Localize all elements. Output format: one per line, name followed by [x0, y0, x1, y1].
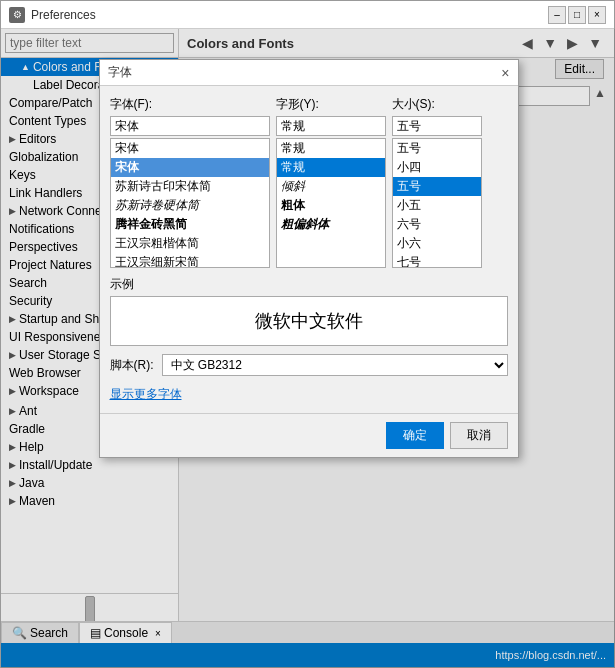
preview-text: 微软中文软件	[255, 309, 363, 333]
app-icon: ⚙	[9, 7, 25, 23]
dialog-body: 字体(F): 宋体 宋体 苏新诗古印宋体简 苏新诗卷硬体简 腾祥金砖黑简 王汉宗…	[100, 86, 518, 413]
list-item[interactable]: 小四	[393, 158, 481, 177]
list-item[interactable]: 常规	[277, 139, 385, 158]
list-item[interactable]: 常规	[277, 158, 385, 177]
list-item[interactable]: 宋体	[111, 139, 269, 158]
font-columns: 字体(F): 宋体 宋体 苏新诗古印宋体简 苏新诗卷硬体简 腾祥金砖黑简 王汉宗…	[110, 96, 508, 268]
font-family-col: 字体(F): 宋体 宋体 苏新诗古印宋体简 苏新诗卷硬体简 腾祥金砖黑简 王汉宗…	[110, 96, 270, 268]
list-item[interactable]: 倾斜	[277, 177, 385, 196]
size-label: 大小(S):	[392, 96, 482, 113]
style-list[interactable]: 常规 常规 倾斜 粗体 粗偏斜体	[276, 138, 386, 268]
size-list[interactable]: 五号 小四 五号 小五 六号 小六 七号 八号	[392, 138, 482, 268]
font-style-col: 字形(Y): 常规 常规 倾斜 粗体 粗偏斜体	[276, 96, 386, 268]
list-item[interactable]: 五号	[393, 139, 481, 158]
list-item[interactable]: 王汉宗细新宋简	[111, 253, 269, 268]
preview-section: 示例 微软中文软件	[110, 276, 508, 346]
dialog-title: 字体	[108, 64, 132, 81]
list-item[interactable]: 七号	[393, 253, 481, 268]
family-list[interactable]: 宋体 宋体 苏新诗古印宋体简 苏新诗卷硬体简 腾祥金砖黑简 王汉宗粗楷体简 王汉…	[110, 138, 270, 268]
title-bar-left: ⚙ Preferences	[9, 7, 96, 23]
family-input[interactable]	[110, 116, 270, 136]
list-item[interactable]: 王汉宗粗楷体简	[111, 234, 269, 253]
close-button[interactable]: ×	[588, 6, 606, 24]
font-size-col: 大小(S): 五号 小四 五号 小五 六号 小六 七号 八号	[392, 96, 482, 268]
minimize-button[interactable]: –	[548, 6, 566, 24]
list-item[interactable]: 小六	[393, 234, 481, 253]
script-label: 脚本(R):	[110, 357, 154, 374]
dialog-close-button[interactable]: ×	[501, 65, 509, 81]
list-item[interactable]: 宋体	[111, 158, 269, 177]
family-label: 字体(F):	[110, 96, 270, 113]
style-input[interactable]	[276, 116, 386, 136]
window-controls: – □ ×	[548, 6, 606, 24]
dialog-titlebar: 字体 ×	[100, 60, 518, 86]
more-fonts-link[interactable]: 显示更多字体	[110, 386, 508, 403]
title-bar: ⚙ Preferences – □ ×	[1, 1, 614, 29]
list-item[interactable]: 腾祥金砖黑简	[111, 215, 269, 234]
list-item[interactable]: 五号	[393, 177, 481, 196]
preview-label: 示例	[110, 276, 508, 293]
script-select[interactable]: 中文 GB2312	[162, 354, 508, 376]
preview-box: 微软中文软件	[110, 296, 508, 346]
font-dialog: 字体 × 字体(F): 宋体 宋体 苏新诗古印宋体简 苏新诗卷硬体简 腾祥金砖	[99, 59, 519, 458]
list-item[interactable]: 苏新诗古印宋体简	[111, 177, 269, 196]
script-section: 脚本(R): 中文 GB2312	[110, 354, 508, 376]
window-title: Preferences	[31, 8, 96, 22]
list-item[interactable]: 粗体	[277, 196, 385, 215]
style-label: 字形(Y):	[276, 96, 386, 113]
ok-button[interactable]: 确定	[386, 422, 444, 449]
list-item[interactable]: 小五	[393, 196, 481, 215]
list-item[interactable]: 苏新诗卷硬体简	[111, 196, 269, 215]
size-input[interactable]	[392, 116, 482, 136]
maximize-button[interactable]: □	[568, 6, 586, 24]
list-item[interactable]: 粗偏斜体	[277, 215, 385, 234]
font-dialog-overlay: 字体 × 字体(F): 宋体 宋体 苏新诗古印宋体简 苏新诗卷硬体简 腾祥金砖	[1, 29, 615, 668]
preferences-window: ⚙ Preferences – □ × ▲ Colors and Fonts L…	[0, 0, 615, 668]
list-item[interactable]: 六号	[393, 215, 481, 234]
cancel-button[interactable]: 取消	[450, 422, 508, 449]
dialog-footer: 确定 取消	[100, 413, 518, 457]
